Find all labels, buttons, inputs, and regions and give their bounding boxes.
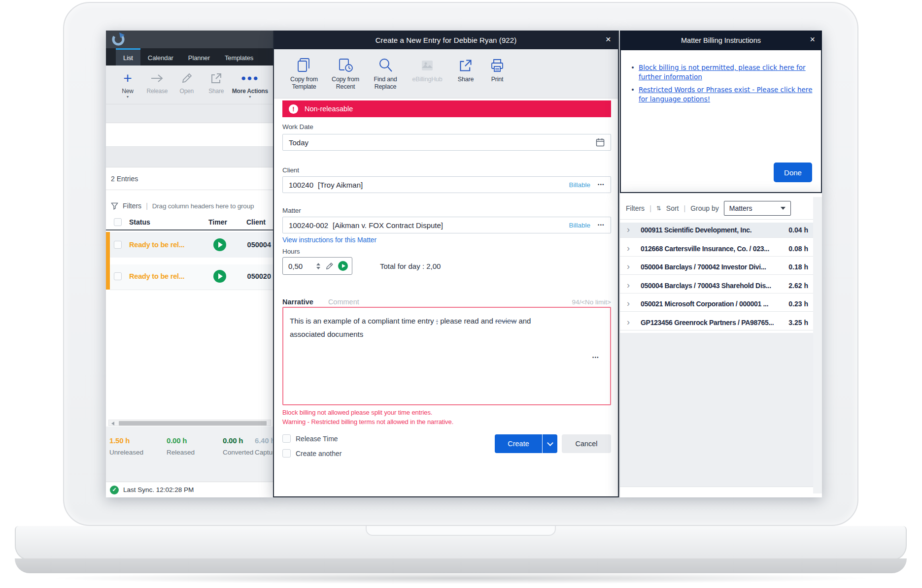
- tab-calendar[interactable]: Calendar: [140, 48, 181, 65]
- app-toolbar: + New ▾ Release Open: [106, 65, 273, 104]
- expand-chevron-icon[interactable]: ›: [627, 262, 630, 271]
- find-and-replace-button[interactable]: Find andReplace: [368, 56, 403, 98]
- timer-play-button[interactable]: [213, 270, 226, 283]
- copy-template-icon: [297, 57, 311, 73]
- banner-text: Non-releasable: [305, 105, 353, 113]
- column-timer[interactable]: Timer: [208, 218, 227, 226]
- table-row[interactable]: Ready to be rel... 050020: [110, 264, 273, 290]
- matter-row[interactable]: › 012668 Cartersville Insurance, Co. / 0…: [620, 241, 813, 257]
- hours-summary: 1.50 h Unreleased 0.00 h Released 0.00 h…: [106, 426, 273, 482]
- table-row[interactable]: Ready to be rel... 050004: [110, 232, 273, 258]
- work-date-field[interactable]: Today: [282, 134, 611, 151]
- tab-planner[interactable]: Planner: [181, 48, 217, 65]
- matter-row[interactable]: › GP123456 Greenrock Partners / PA98765.…: [620, 315, 813, 330]
- client-billable-link[interactable]: Billable: [569, 181, 591, 189]
- character-counter: 94/<No limit>: [572, 298, 611, 306]
- expand-chevron-icon[interactable]: ›: [627, 318, 630, 327]
- close-icon[interactable]: ×: [810, 34, 815, 45]
- view-matter-instructions-link[interactable]: View instructions for this Matter: [282, 236, 376, 244]
- hours-field[interactable]: 0,50: [282, 257, 352, 275]
- work-date-value: Today: [289, 138, 308, 147]
- narrative-tabs: Narrative Comment 94/<No limit>: [282, 296, 611, 307]
- scroll-left-arrow-icon[interactable]: [111, 422, 114, 425]
- row-checkbox[interactable]: [114, 272, 122, 280]
- share-entry-button[interactable]: Share: [451, 56, 480, 98]
- caret-down-icon: ▾: [231, 95, 269, 99]
- client-field[interactable]: 100240 [Troy Aikman] Billable •••: [282, 176, 611, 193]
- select-all-checkbox[interactable]: [114, 218, 122, 226]
- client-more-icon[interactable]: •••: [598, 182, 605, 187]
- tab-list[interactable]: List: [116, 48, 140, 65]
- create-button[interactable]: Create: [495, 434, 542, 453]
- start-timer-icon[interactable]: [338, 261, 348, 271]
- expand-chevron-icon[interactable]: ›: [627, 299, 630, 308]
- close-icon[interactable]: ×: [606, 34, 611, 44]
- matter-more-icon[interactable]: •••: [598, 223, 605, 228]
- tab-narrative[interactable]: Narrative: [282, 298, 313, 306]
- filters-label[interactable]: Filters: [123, 202, 141, 210]
- more-dots-icon: ●●●: [241, 73, 259, 83]
- sort-label[interactable]: Sort: [666, 204, 679, 212]
- share-icon: [210, 72, 222, 84]
- matter-row[interactable]: › 000911 Scientific Development, Inc. 0.…: [620, 223, 813, 238]
- scrollbar-thumb[interactable]: [119, 421, 267, 425]
- separator: |: [649, 204, 651, 212]
- create-another-label: Create another: [296, 450, 341, 457]
- matter-row[interactable]: › 050004 Barclays / 700043 Sharehold Dis…: [620, 278, 813, 294]
- stepper-up-icon[interactable]: [316, 263, 320, 265]
- stepper-down-icon[interactable]: [316, 267, 320, 269]
- app-titlebar: [106, 31, 273, 48]
- spacer: [620, 487, 813, 497]
- create-another-checkbox[interactable]: [282, 449, 291, 457]
- tab-templates[interactable]: Templates: [217, 48, 261, 65]
- block-billing-link[interactable]: Block billing is not permitted, please c…: [639, 63, 813, 82]
- more-actions-button[interactable]: ●●● More Actions ▾: [231, 70, 269, 104]
- filters-label[interactable]: Filters: [626, 204, 645, 212]
- copy-from-recent-button[interactable]: Copy fromRecent: [326, 56, 365, 98]
- hours-stepper[interactable]: [316, 263, 320, 269]
- cancel-button[interactable]: Cancel: [562, 434, 611, 453]
- new-entry-dialog: Create a New Entry for Debbie Ryan (922)…: [273, 31, 619, 497]
- matter-billable-link[interactable]: Billable: [569, 222, 591, 229]
- spacer: [106, 104, 273, 123]
- filter-funnel-icon[interactable]: [111, 202, 118, 210]
- expand-chevron-icon[interactable]: ›: [627, 244, 630, 253]
- horizontal-scrollbar[interactable]: [108, 420, 271, 426]
- column-client[interactable]: Client: [246, 218, 266, 226]
- matter-field[interactable]: 100240-002 [Aikman v. FOX Contract Dispu…: [282, 217, 611, 233]
- group-by-label: Group by: [690, 204, 719, 212]
- release-time-option[interactable]: Release Time: [282, 434, 338, 443]
- timer-play-button[interactable]: [213, 238, 226, 251]
- matter-name: [Aikman v. FOX Contract Dispute]: [333, 221, 443, 229]
- restricted-words-link[interactable]: Restricted Words or Phrases exist - Plea…: [639, 85, 813, 104]
- expand-chevron-icon[interactable]: ›: [627, 281, 630, 290]
- spacer: [620, 333, 813, 487]
- expand-chevron-icon[interactable]: ›: [627, 225, 630, 234]
- release-button[interactable]: Release: [142, 70, 172, 104]
- client-code: 100240: [289, 181, 313, 189]
- matter-billing-instructions-popup: Matter Billing Instructions × • Block bi…: [620, 31, 822, 193]
- create-dropdown-button[interactable]: [543, 434, 557, 453]
- calendar-icon[interactable]: [596, 138, 605, 147]
- ebillinghub-icon: [420, 58, 435, 73]
- column-status[interactable]: Status: [129, 218, 150, 226]
- release-time-checkbox[interactable]: [282, 434, 291, 443]
- copy-from-template-button[interactable]: Copy fromTemplate: [285, 56, 323, 98]
- group-by-select[interactable]: Matters: [724, 201, 791, 216]
- copy-recent-icon: [338, 57, 353, 73]
- ebillinghub-button: eBillingHub: [406, 56, 448, 98]
- open-button[interactable]: Open: [172, 70, 202, 104]
- matter-row[interactable]: › 050021 Microsoft Corporation / 000001 …: [620, 296, 813, 312]
- create-another-option[interactable]: Create another: [282, 449, 341, 457]
- matter-row[interactable]: › 050004 Barclays / 700042 Investor Divi…: [620, 260, 813, 275]
- done-button[interactable]: Done: [774, 163, 812, 182]
- edit-pencil-icon[interactable]: [325, 262, 334, 270]
- new-button[interactable]: + New ▾: [113, 70, 142, 104]
- narrative-more-icon[interactable]: •••: [592, 351, 599, 364]
- dialog-toolbar: Copy fromTemplate Copy fromRecent Find: [274, 49, 618, 98]
- row-checkbox[interactable]: [114, 241, 122, 249]
- narrative-textarea[interactable]: This is an example of a compliant time e…: [282, 307, 611, 405]
- print-button[interactable]: Print: [483, 56, 512, 98]
- share-button[interactable]: Share: [202, 70, 231, 104]
- tab-comment[interactable]: Comment: [328, 298, 359, 306]
